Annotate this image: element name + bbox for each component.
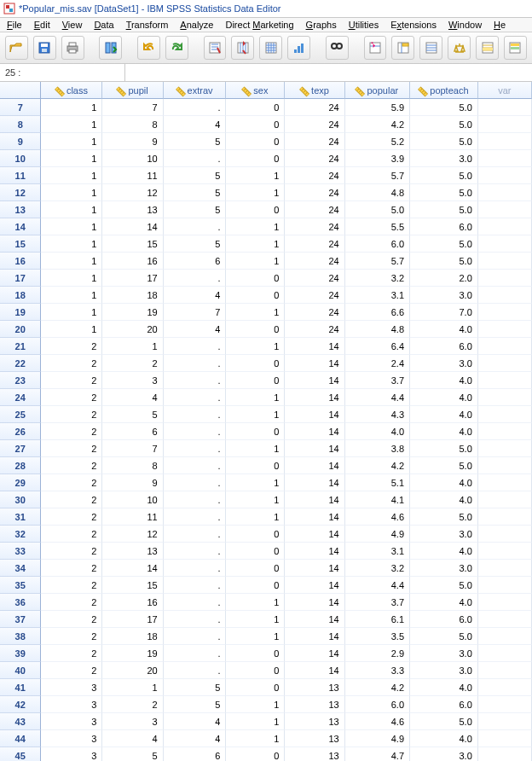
cell[interactable]: 1 <box>102 338 163 355</box>
cell[interactable]: 2.4 <box>345 355 410 372</box>
cell[interactable]: 4.2 <box>345 116 410 133</box>
cell[interactable]: 4.6 <box>345 713 410 730</box>
cell[interactable]: 24 <box>285 99 344 116</box>
cell[interactable] <box>478 133 532 150</box>
cell[interactable]: 13 <box>285 747 344 761</box>
cell[interactable]: . <box>164 594 227 611</box>
cell[interactable]: 1 <box>102 679 163 696</box>
cell[interactable]: 14 <box>285 645 344 662</box>
select-cases-button[interactable] <box>476 36 499 60</box>
row-header[interactable]: 25 <box>0 406 41 423</box>
cell[interactable]: . <box>164 372 227 389</box>
row-header[interactable]: 29 <box>0 474 41 491</box>
cell[interactable] <box>478 218 532 235</box>
cell[interactable]: 2 <box>41 355 102 372</box>
value-labels-button[interactable] <box>504 36 527 60</box>
cell[interactable]: 4.0 <box>345 423 410 440</box>
cell[interactable]: 5.0 <box>410 116 478 133</box>
cell[interactable]: 3.0 <box>410 662 478 679</box>
cell[interactable]: 2 <box>41 423 102 440</box>
row-header[interactable]: 26 <box>0 423 41 440</box>
cell[interactable]: 13 <box>285 679 344 696</box>
cell[interactable]: 7 <box>102 440 163 457</box>
cell[interactable]: 1 <box>226 218 285 235</box>
cell[interactable]: 14 <box>285 560 344 577</box>
cell[interactable]: 5.0 <box>410 99 478 116</box>
cell[interactable]: 5.7 <box>345 167 410 184</box>
menu-file[interactable]: File <box>7 20 22 30</box>
cell[interactable] <box>478 235 532 253</box>
cell[interactable]: 11 <box>102 508 163 526</box>
cell[interactable]: 14 <box>285 491 344 508</box>
cell[interactable]: 5.0 <box>410 253 478 270</box>
cell[interactable]: . <box>164 218 227 235</box>
cell[interactable]: 12 <box>102 526 163 543</box>
cell[interactable]: 14 <box>285 508 344 526</box>
column-header-popular[interactable]: popular <box>345 82 410 99</box>
cell[interactable]: 5.0 <box>410 184 478 201</box>
row-header[interactable]: 10 <box>0 150 41 167</box>
cell[interactable]: 1 <box>41 304 102 321</box>
cell[interactable]: 4.8 <box>345 184 410 201</box>
cell[interactable]: 1 <box>226 235 285 253</box>
cell[interactable]: 5.5 <box>345 218 410 235</box>
menu-data[interactable]: Data <box>94 20 113 30</box>
cell[interactable]: 4 <box>164 287 227 304</box>
cell[interactable]: 3 <box>41 679 102 696</box>
cell[interactable]: 18 <box>102 628 163 645</box>
cell[interactable]: 3.1 <box>345 287 410 304</box>
cell[interactable]: 0 <box>226 662 285 679</box>
column-header-var[interactable]: var <box>478 82 532 99</box>
cell[interactable]: 16 <box>102 594 163 611</box>
variables-info-button[interactable] <box>259 36 282 60</box>
run-descriptives-button[interactable] <box>287 36 310 60</box>
cell[interactable]: 24 <box>285 235 344 253</box>
cell[interactable] <box>478 389 532 406</box>
cell[interactable]: 8 <box>102 457 163 474</box>
cell[interactable]: 14 <box>285 423 344 440</box>
cell[interactable]: 1 <box>226 474 285 491</box>
cell[interactable]: 2 <box>41 372 102 389</box>
cell[interactable]: 14 <box>285 406 344 423</box>
column-header-sex[interactable]: sex <box>226 82 285 99</box>
cell[interactable]: . <box>164 457 227 474</box>
menu-graphs[interactable]: Graphs <box>306 20 337 30</box>
menu-direct-marketing[interactable]: Direct Marketing <box>225 20 293 30</box>
cell[interactable]: . <box>164 543 227 560</box>
cell[interactable]: 14 <box>285 457 344 474</box>
cell[interactable]: 7 <box>164 304 227 321</box>
cell[interactable]: 5 <box>164 696 227 713</box>
column-header-extrav[interactable]: extrav <box>164 82 227 99</box>
row-header[interactable]: 22 <box>0 355 41 372</box>
cell[interactable]: 13 <box>285 696 344 713</box>
cell[interactable]: 24 <box>285 167 344 184</box>
cell[interactable]: 13 <box>102 543 163 560</box>
cell[interactable] <box>478 423 532 440</box>
cell[interactable]: 12 <box>102 184 163 201</box>
cell[interactable]: 1 <box>41 99 102 116</box>
row-header[interactable]: 44 <box>0 730 41 747</box>
row-header[interactable]: 12 <box>0 184 41 201</box>
cell[interactable]: 4.9 <box>345 526 410 543</box>
row-header[interactable]: 14 <box>0 218 41 235</box>
cell[interactable]: 4.4 <box>345 577 410 594</box>
cell[interactable]: 4 <box>164 713 227 730</box>
cell[interactable]: 4 <box>164 730 227 747</box>
cell[interactable]: 1 <box>41 321 102 338</box>
row-header[interactable]: 28 <box>0 457 41 474</box>
cell[interactable]: 6.0 <box>345 696 410 713</box>
row-header[interactable]: 38 <box>0 628 41 645</box>
cell[interactable]: 4.0 <box>410 389 478 406</box>
cell[interactable]: 24 <box>285 304 344 321</box>
cell[interactable]: 6 <box>102 423 163 440</box>
menu-transform[interactable]: Transform <box>126 20 169 30</box>
row-header[interactable]: 19 <box>0 304 41 321</box>
cell[interactable]: 24 <box>285 253 344 270</box>
column-header-popteach[interactable]: popteach <box>410 82 478 99</box>
cell[interactable]: 5.0 <box>410 577 478 594</box>
cell[interactable]: 0 <box>226 150 285 167</box>
cell[interactable]: 3.0 <box>410 526 478 543</box>
cell[interactable] <box>478 662 532 679</box>
cell[interactable] <box>478 440 532 457</box>
cell[interactable]: 15 <box>102 577 163 594</box>
